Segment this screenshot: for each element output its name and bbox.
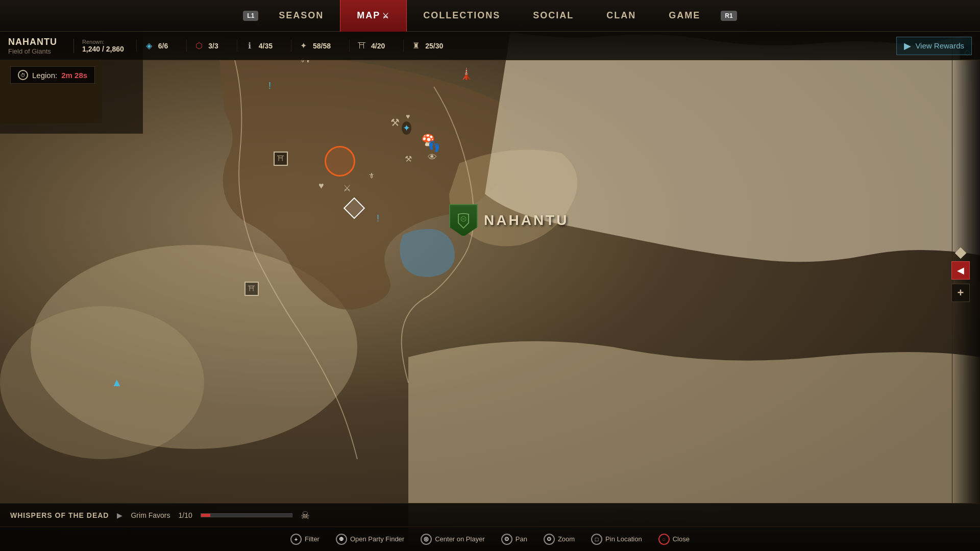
map-container: ⛩ ⛩ ! ! 🗝 ⚒ ✦ ♥ 🍄 👣 ⚒ 👁 ♥ ⚔ 🗡 🗼 NAHANTU … bbox=[0, 0, 980, 551]
whispers-bar: WHISPERS OF THE DEAD ▶ Grim Favors 1/10 … bbox=[0, 503, 980, 527]
region-shield bbox=[449, 204, 478, 237]
region-header: NAHANTU Field of Giants Renown: 1,240 / … bbox=[0, 32, 980, 60]
nav-map[interactable]: MAP bbox=[340, 0, 407, 32]
legion-label: Legion: bbox=[32, 71, 57, 80]
stat-strongholds: ♜ 25/30 bbox=[403, 40, 449, 52]
pan-icon: ⊙ bbox=[501, 534, 512, 545]
region-name: NAHANTU bbox=[8, 37, 57, 47]
quest-value: 4/35 bbox=[259, 42, 273, 50]
dungeon-icon: ⬡ bbox=[193, 40, 205, 52]
renown-value: 1,240 / 2,860 bbox=[82, 45, 124, 53]
center-player-action[interactable]: ◎ Center on Player bbox=[421, 534, 485, 545]
view-rewards-label: View Rewards bbox=[915, 41, 964, 50]
map-diamond-icon bbox=[955, 247, 967, 259]
filter-icon: + bbox=[290, 534, 302, 545]
shrine-value: 58/58 bbox=[313, 42, 331, 50]
terrain-svg bbox=[0, 0, 980, 551]
close-action[interactable]: ○ Close bbox=[658, 534, 690, 545]
zoom-action[interactable]: ⊙ Zoom bbox=[544, 534, 575, 545]
zoom-icon: ⊙ bbox=[544, 534, 555, 545]
top-navigation: L1 SEASON MAP COLLECTIONS SOCIAL CLAN GA… bbox=[0, 0, 980, 32]
event-marker[interactable] bbox=[325, 146, 355, 177]
nav-season[interactable]: SEASON bbox=[262, 0, 340, 32]
whispers-count: 1/10 bbox=[178, 511, 192, 519]
waypoint-value: 6/6 bbox=[158, 42, 168, 50]
r1-button[interactable]: R1 bbox=[721, 11, 737, 21]
tower-marker[interactable]: 🗼 bbox=[459, 67, 473, 81]
nav-social[interactable]: SOCIAL bbox=[517, 0, 590, 32]
stronghold-value: 25/30 bbox=[425, 42, 443, 50]
pin-action[interactable]: □ Pin Location bbox=[591, 534, 642, 545]
cellar-icon: ⛩ bbox=[356, 40, 368, 52]
center-player-label: Center on Player bbox=[435, 535, 485, 543]
npc-marker[interactable]: 👁 bbox=[428, 152, 437, 163]
svg-point-2 bbox=[0, 306, 204, 459]
map-controls: ◀ + bbox=[951, 249, 970, 302]
heart-marker[interactable]: ♥ bbox=[406, 112, 410, 120]
stat-dungeons: ⬡ 3/3 bbox=[186, 40, 224, 52]
stat-waypoints: ◈ 6/6 bbox=[136, 40, 174, 52]
whispers-arrow: ▶ bbox=[117, 511, 122, 519]
dungeon-value: 3/3 bbox=[208, 42, 218, 50]
whispers-task: Grim Favors bbox=[131, 511, 170, 519]
shrine-icon: ✦ bbox=[298, 40, 310, 52]
cellar-value: 4/20 bbox=[371, 42, 385, 50]
region-label: NAHANTU bbox=[449, 204, 569, 237]
combat-marker[interactable]: ⚔ bbox=[343, 183, 351, 194]
bottom-action-bar: + Filter ⊕ Open Party Finder ◎ Center on… bbox=[0, 527, 980, 551]
zoom-label: Zoom bbox=[558, 535, 575, 543]
legion-time: 2m 28s bbox=[61, 71, 87, 80]
enemy-marker-2: 👣 bbox=[428, 140, 440, 153]
center-player-icon: ◎ bbox=[421, 534, 432, 545]
vendor-marker[interactable]: ♥ bbox=[318, 181, 324, 191]
rewards-triangle-icon: ▶ bbox=[904, 40, 911, 52]
player-icon: ✦ bbox=[402, 121, 411, 135]
pin-label: Pin Location bbox=[605, 535, 642, 543]
renown-section: Renown: 1,240 / 2,860 bbox=[74, 39, 124, 53]
nav-collections[interactable]: COLLECTIONS bbox=[407, 0, 517, 32]
renown-label: Renown: bbox=[82, 39, 124, 45]
stronghold-icon: ♜ bbox=[410, 40, 422, 52]
party-finder-action[interactable]: ⊕ Open Party Finder bbox=[336, 534, 404, 545]
stat-quests: ℹ 4/35 bbox=[237, 40, 279, 52]
nav-game[interactable]: GAME bbox=[652, 0, 717, 32]
waypoint-marker-1[interactable]: ! bbox=[268, 81, 271, 91]
dungeon-marker-1[interactable]: ⛩ bbox=[274, 152, 288, 166]
waypoint-icon: ◈ bbox=[143, 40, 155, 52]
l1-button[interactable]: L1 bbox=[243, 11, 258, 21]
region-subname: Field of Giants bbox=[8, 47, 57, 55]
view-rewards-button[interactable]: ▶ View Rewards bbox=[896, 37, 972, 55]
pan-label: Pan bbox=[516, 535, 527, 543]
whispers-title: WHISPERS OF THE DEAD bbox=[10, 511, 109, 519]
party-finder-icon: ⊕ bbox=[336, 534, 347, 545]
waypoint-marker-2[interactable]: ! bbox=[377, 213, 379, 224]
blacksmith-marker[interactable]: ⚒ bbox=[405, 154, 412, 164]
close-label: Close bbox=[673, 535, 690, 543]
legion-timer: ⏱ Legion: 2m 28s bbox=[10, 66, 95, 84]
map-direction-button[interactable]: ◀ bbox=[951, 261, 970, 280]
cellar-marker[interactable]: ⚒ bbox=[390, 116, 400, 129]
nav-clan[interactable]: CLAN bbox=[590, 0, 652, 32]
pin-icon: □ bbox=[591, 534, 602, 545]
stat-cellars: ⛩ 4/20 bbox=[349, 40, 391, 52]
quest-icon: ℹ bbox=[243, 40, 256, 52]
dungeon-marker-2[interactable]: ⛩ bbox=[244, 282, 259, 296]
nahantu-region-name: NAHANTU bbox=[484, 212, 569, 229]
whispers-progress-fill bbox=[201, 514, 210, 517]
legion-icon: ⏱ bbox=[18, 70, 28, 80]
map-zoom-in-button[interactable]: + bbox=[951, 284, 970, 302]
party-finder-label: Open Party Finder bbox=[350, 535, 404, 543]
filter-label: Filter bbox=[305, 535, 320, 543]
shrine-marker[interactable]: ▲ bbox=[111, 376, 122, 389]
stat-shrines: ✦ 58/58 bbox=[291, 40, 337, 52]
close-icon: ○ bbox=[658, 534, 670, 545]
whispers-skull-icon: ☠ bbox=[301, 509, 310, 521]
filter-action[interactable]: + Filter bbox=[290, 534, 320, 545]
pan-action[interactable]: ⊙ Pan bbox=[501, 534, 527, 545]
whispers-progress-bar bbox=[201, 513, 292, 517]
sword-marker[interactable]: 🗡 bbox=[368, 171, 375, 180]
